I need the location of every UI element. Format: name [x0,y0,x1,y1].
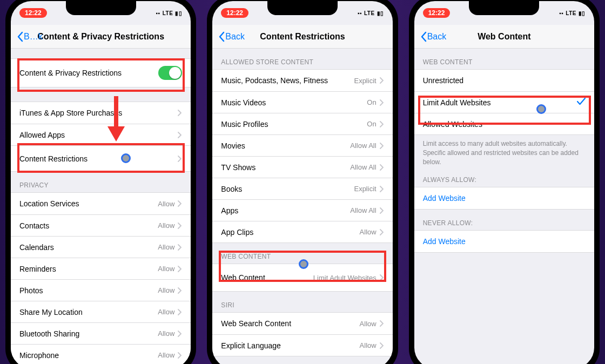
nav-bar: Back Web Content [414,25,594,49]
nav-bar: B…k Content & Privacy Restrictions [11,25,191,49]
row-books[interactable]: Books Explicit [212,178,392,199]
row-calendars[interactable]: Calendars Allow [11,236,191,258]
back-button[interactable]: B…k [16,31,43,42]
phone-2: 12:22 ▪▪ LTE ▮▯ Back Content Restriction… [207,0,398,364]
back-button[interactable]: Back [420,31,447,42]
notch [469,1,539,15]
chevron-right-icon [178,223,182,229]
page-title: Content & Privacy Restrictions [37,32,164,42]
chevron-right-icon [380,121,384,127]
content: WEB CONTENT Unrestricted Limit Adult Web… [414,49,594,253]
web-header: WEB CONTENT [212,243,392,264]
option-allowed-websites[interactable]: Allowed Websites [414,113,594,134]
wc-header: WEB CONTENT [414,49,594,69]
page-title: Web Content [478,32,530,42]
row-movies[interactable]: Movies Allow All [212,134,392,156]
battery-icon: ▮▯ [579,10,586,16]
status-time: 12:22 [19,8,47,18]
chevron-right-icon [380,229,384,235]
checkmark-icon [577,98,586,107]
phone-3: 12:22 ▪▪ LTE ▮▯ Back Web Content WEB CON… [409,0,600,364]
store-header: ALLOWED STORE CONTENT [212,49,392,69]
notch [66,1,136,15]
row-music-videos[interactable]: Music Videos On [212,91,392,113]
status-indicators: ▪▪ LTE ▮▯ [358,10,384,16]
content-privacy-toggle-row[interactable]: Content & Privacy Restrictions [11,59,191,87]
toggle-switch[interactable] [158,66,182,80]
chevron-right-icon [178,331,182,337]
siri-header: SIRI [212,292,392,312]
wc-footer: Limit access to many adult websites auto… [414,135,594,166]
chevron-right-icon [178,156,182,162]
chevron-right-icon [380,77,384,84]
option-limit-adult-websites[interactable]: Limit Adult Websites [414,91,594,113]
chevron-right-icon [380,320,384,327]
gc-header: GAME CENTER [212,356,392,364]
content: ALLOWED STORE CONTENT Music, Podcasts, N… [212,49,392,364]
chevron-right-icon [178,287,182,294]
chevron-right-icon [178,309,182,315]
row-microphone[interactable]: Microphone Allow [11,344,191,364]
content: Content & Privacy Restrictions iTunes & … [11,49,191,364]
status-time: 12:22 [423,8,451,18]
chevron-right-icon [178,110,182,116]
battery-icon: ▮▯ [175,10,182,16]
battery-icon: ▮▯ [377,10,384,16]
row-location-services[interactable]: Location Services Allow [11,193,191,214]
chevron-right-icon [380,186,384,192]
phone-1: 12:22 ▪▪ LTE ▮▯ B…k Content & Privacy Re… [5,0,196,364]
row-contacts[interactable]: Contacts Allow [11,214,191,236]
row-music-podcasts-news-fitness[interactable]: Music, Podcasts, News, Fitness Explicit [212,70,392,91]
chevron-right-icon [380,164,384,171]
chevron-right-icon [178,244,182,251]
chevron-right-icon [178,352,182,359]
signal-icon: ▪▪ [559,10,563,16]
chevron-right-icon [380,99,384,106]
never-header: NEVER ALLOW: [414,210,594,230]
status-time: 12:22 [221,8,248,18]
chevron-right-icon [178,266,182,272]
signal-icon: ▪▪ [358,10,362,16]
row-photos[interactable]: Photos Allow [11,279,191,301]
chevron-left-icon [16,31,24,42]
chevron-left-icon [218,31,225,42]
page-title: Content Restrictions [260,32,345,42]
row-reminders[interactable]: Reminders Allow [11,258,191,279]
row-tv-shows[interactable]: TV Shows Allow All [212,156,392,178]
row-explicit-language[interactable]: Explicit Language Allow [212,334,392,356]
chevron-right-icon [380,143,384,149]
row-app-clips[interactable]: App Clips Allow [212,221,392,242]
row-content-restrictions[interactable]: Content Restrictions [11,145,191,171]
toggle-label: Content & Privacy Restrictions [19,69,122,77]
chevron-right-icon [380,207,384,214]
option-unrestricted[interactable]: Unrestricted [414,70,594,91]
row-allowed-apps[interactable]: Allowed Apps [11,124,191,145]
chevron-left-icon [420,31,427,42]
back-button[interactable]: Back [218,31,245,42]
always-header: ALWAYS ALLOW: [414,166,594,187]
privacy-header: PRIVACY [11,172,191,192]
add-website-button[interactable]: Add Website [414,231,594,252]
row-web-content[interactable]: Web Content Limit Adult Websites [212,264,392,291]
chevron-right-icon [178,200,182,207]
add-website-button[interactable]: Add Website [414,187,594,209]
status-indicators: ▪▪ LTE ▮▯ [559,10,586,16]
chevron-right-icon [380,274,384,281]
row-web-search-content[interactable]: Web Search Content Allow [212,313,392,334]
notch [267,1,338,15]
row-itunes[interactable]: iTunes & App Store Purchases [11,102,191,124]
row-music-profiles[interactable]: Music Profiles On [212,113,392,134]
row-apps[interactable]: Apps Allow All [212,199,392,221]
signal-icon: ▪▪ [156,10,160,16]
chevron-right-icon [178,132,182,138]
chevron-right-icon [380,342,384,349]
nav-bar: Back Content Restrictions [212,25,392,49]
row-share-my-location[interactable]: Share My Location Allow [11,301,191,322]
row-bluetooth-sharing[interactable]: Bluetooth Sharing Allow [11,322,191,344]
toggle-group: Content & Privacy Restrictions [11,58,191,87]
status-indicators: ▪▪ LTE ▮▯ [156,10,183,16]
